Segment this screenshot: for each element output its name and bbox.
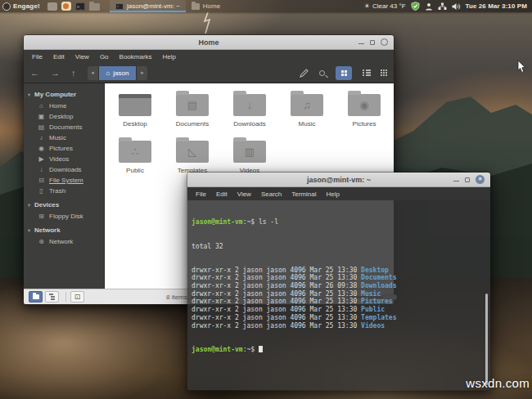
terminal-titlebar-buttons: × (453, 175, 490, 184)
terminal-cursor (259, 346, 263, 352)
folder-item[interactable]: ↓ Downloads (221, 90, 278, 137)
sidebar-item[interactable]: ⌂ Home (24, 101, 104, 111)
folder-item[interactable]: Desktop (106, 90, 164, 137)
folder-item[interactable]: ◉ Pictures (336, 90, 393, 137)
weather-applet[interactable]: ☀ Clear 43 °F (364, 2, 406, 10)
taskbar-window-button[interactable]: > jason@mint-vm: ~ (110, 0, 186, 12)
sidebar-item[interactable]: ▯ Trash (24, 186, 104, 196)
sidebar-item-label: File System (49, 177, 83, 184)
minimize-icon[interactable] (453, 177, 459, 182)
sidebar-item-label: Documents (49, 123, 82, 131)
terminal-line-command: jason@mint-vm:~$ ls -l (192, 218, 486, 226)
sidebar-item-label: Pictures (49, 145, 73, 152)
file-manager-sidebar: ▾ My Computer ⌂ Home ▣ Desktop ▤ Documen… (24, 83, 105, 289)
menu-item[interactable]: Go (100, 53, 109, 61)
sidebar-item-label: Trash (49, 187, 65, 195)
close-icon[interactable]: × (476, 175, 485, 184)
file-manager-titlebar[interactable]: Home (24, 35, 394, 50)
folder-glyph-icon: ♫ (291, 94, 323, 116)
terminal-scrollbar[interactable] (485, 294, 488, 385)
menu-item[interactable]: File (196, 191, 206, 198)
menu-item[interactable]: Edit (53, 53, 65, 61)
sidebar-item-icon: ▯ (38, 187, 45, 195)
edit-location-icon[interactable] (300, 69, 309, 78)
sidebar-item[interactable]: ▣ Desktop (24, 111, 104, 122)
sidebar-item[interactable]: ♪ Music (24, 132, 104, 143)
terminal-content[interactable]: jason@mint-vm:~$ ls -l total 32 drwxr-xr… (187, 200, 490, 390)
folder-item[interactable]: ∴ Public (106, 137, 164, 183)
sidebar-item[interactable]: ⊞ Floppy Disk (24, 211, 104, 222)
up-icon[interactable]: ↑ (71, 68, 76, 78)
terminal-listing-line: drwxr-xr-x 2 jason jason 4096 Mar 26 09:… (192, 282, 486, 290)
menu-item[interactable]: View (75, 53, 89, 61)
sidebar-item[interactable]: ▾ My Computer (24, 88, 104, 101)
folder-label: Downloads (233, 120, 266, 128)
folder-glyph-icon: ▤ (176, 94, 209, 116)
maximize-icon[interactable] (370, 40, 375, 45)
terminal-window: jason@mint-vm: ~ × FileEditViewSearchTer… (187, 172, 491, 391)
menu-item[interactable]: Help (326, 191, 339, 198)
user-applet-icon[interactable] (425, 2, 433, 11)
sidebar-item[interactable]: ▾ Network (24, 224, 104, 236)
panel-clock[interactable]: Tue 26 Mar 3:10 PM (466, 2, 527, 10)
menu-icon (2, 2, 11, 11)
icon-view-button[interactable] (336, 66, 352, 80)
firefox-launcher-icon[interactable] (61, 2, 71, 11)
show-desktop-icon[interactable] (47, 2, 57, 11)
sidebar-item-label: My Computer (34, 91, 76, 98)
folder-glyph-icon: ▥ (233, 141, 266, 163)
menu-item[interactable]: View (237, 191, 251, 198)
folder-label: Documents (176, 120, 209, 128)
applications-menu-button[interactable]: Engage! (0, 0, 44, 12)
folder-icon: ▥ (233, 141, 266, 163)
compact-view-icon[interactable] (381, 70, 387, 76)
sidebar-item-icon: ◉ (38, 145, 45, 152)
network-applet-icon[interactable] (438, 2, 447, 11)
lightning-bolt (200, 12, 218, 37)
sidebar-item-icon: ↓ (38, 166, 45, 173)
sidebar-item[interactable]: ↓ Downloads (24, 164, 104, 175)
taskbar-window-label: jason@mint-vm: ~ (127, 2, 180, 10)
sidebar-item-icon: ⊞ (38, 213, 45, 220)
breadcrumb-prev-icon[interactable]: ◂ (88, 66, 99, 80)
sidebar-item-icon: ▤ (38, 123, 45, 131)
maximize-icon[interactable] (465, 177, 470, 182)
forward-icon[interactable]: → (51, 68, 60, 78)
files-launcher-icon[interactable] (89, 3, 100, 11)
sidebar-item-label: Floppy Disk (49, 213, 83, 220)
sidebar-item[interactable]: ▾ Devices (24, 199, 104, 211)
terminal-line-prompt: jason@mint-vm:~$ (192, 346, 486, 354)
panel-launchers: >_ (44, 0, 103, 12)
menu-item[interactable]: File (32, 53, 43, 61)
close-icon[interactable] (381, 38, 388, 46)
breadcrumb-current[interactable]: ⌂ jason (99, 66, 137, 80)
folder-item[interactable]: ▤ Documents (164, 90, 221, 137)
menu-item[interactable]: Search (261, 191, 282, 198)
minimize-icon[interactable] (358, 40, 364, 44)
list-view-icon[interactable] (363, 70, 370, 76)
sidebar-item[interactable]: ◉ Pictures (24, 143, 104, 154)
terminal-title: jason@mint-vm: ~ (187, 176, 490, 184)
window-list: > jason@mint-vm: ~ Home (110, 0, 226, 12)
menu-item[interactable]: Edit (216, 191, 228, 198)
sidebar-item[interactable]: ▶ Videos (24, 154, 104, 164)
volume-applet-icon[interactable] (452, 2, 461, 11)
watermark: wsxdn.com (466, 376, 530, 390)
search-icon[interactable] (319, 70, 325, 76)
sidebar-item[interactable]: ⊕ Network (24, 236, 104, 247)
back-icon[interactable]: ← (30, 68, 39, 78)
folder-icon: ◉ (348, 94, 381, 116)
taskbar-window-button[interactable]: Home (186, 0, 226, 12)
menu-item[interactable]: Bookmarks (119, 53, 152, 61)
terminal-titlebar[interactable]: jason@mint-vm: ~ × (187, 173, 490, 187)
menu-item[interactable]: Help (163, 53, 176, 61)
menu-item[interactable]: Terminal (291, 191, 316, 198)
terminal-launcher-icon[interactable]: >_ (75, 2, 85, 11)
terminal-listing-line: drwxr-xr-x 2 jason jason 4096 Mar 25 13:… (192, 274, 486, 282)
sidebar-item[interactable]: ⊟ File System (24, 175, 104, 186)
sidebar-item-icon: ⊕ (38, 238, 45, 245)
sidebar-item[interactable]: ▤ Documents (24, 122, 104, 132)
breadcrumb-next-icon[interactable]: ▸ (136, 66, 147, 80)
folder-item[interactable]: ♫ Music (278, 90, 336, 137)
shield-check-icon[interactable] (411, 2, 420, 11)
